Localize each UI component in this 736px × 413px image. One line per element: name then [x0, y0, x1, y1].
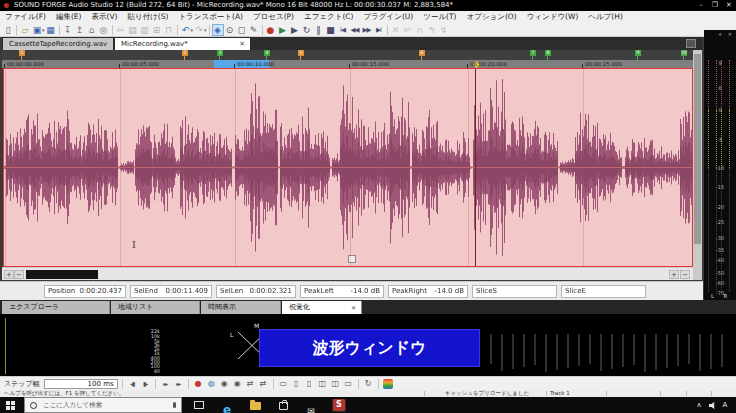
file-explorer-icon[interactable] — [248, 399, 262, 412]
zoom-out-time-button[interactable]: − — [14, 270, 24, 279]
paste-icon[interactable]: ▥ — [139, 24, 151, 36]
menu-item-7[interactable]: プラグイン(U) — [359, 11, 419, 23]
microphone-icon[interactable] — [173, 402, 176, 408]
dock-tab-1[interactable]: 地域リスト — [111, 301, 200, 314]
marker-flag-4[interactable]: 4 — [264, 50, 271, 60]
view-wide-icon[interactable]: ▭ — [343, 378, 354, 389]
menu-item-6[interactable]: エフェクト(C) — [299, 11, 358, 23]
status-field-peakleft[interactable]: PeakLeft-14.0 dB — [300, 285, 384, 298]
selection-tool-icon[interactable]: ◻ — [236, 24, 248, 36]
view-waveform-icon[interactable]: ▭ — [278, 378, 289, 389]
view-split-icon[interactable]: ◫ — [317, 378, 328, 389]
fade-icon[interactable]: ∩ — [414, 24, 426, 36]
play-icon[interactable]: ▶ — [289, 24, 301, 36]
menu-item-1[interactable]: 編集(E) — [51, 11, 87, 23]
status-field-slices[interactable]: SliceS — [472, 285, 557, 298]
trim-icon[interactable]: ⊓ — [163, 24, 175, 36]
menu-item-0[interactable]: ファイル(F) — [0, 11, 51, 23]
cut-icon[interactable]: ✂ — [115, 24, 127, 36]
level-meter[interactable]: + ✕ 960-5-10-15-20-25-30-35-40-50-60-70L… — [704, 30, 736, 300]
scope-right-icon[interactable]: ◉ — [232, 378, 243, 389]
mail-icon[interactable]: ✉ — [304, 399, 318, 412]
go-to-end-icon[interactable]: ▶Ι — [373, 24, 385, 36]
meter-controls[interactable]: + ✕ — [718, 31, 734, 37]
start-button[interactable] — [6, 401, 15, 410]
close-button[interactable]: ✕ — [722, 0, 736, 11]
menu-item-4[interactable]: トランスポート(A) — [173, 11, 248, 23]
forward-icon[interactable]: ▶▶ — [361, 24, 373, 36]
time-ruler[interactable]: 00:00:00.00000:00:05.00000:00:10.00000:0… — [2, 60, 693, 68]
refresh-icon[interactable]: ↻ — [363, 378, 374, 389]
visualization-panel[interactable]: M L 波形ウィンドウ 22k10k5k3k2k1k40020010040 — [0, 314, 736, 376]
burn-disc-icon[interactable]: ◎ — [98, 24, 110, 36]
tab-close-icon[interactable]: ✕ — [239, 38, 245, 50]
marker-flag-3[interactable]: 3 — [217, 50, 224, 60]
tray-chevron-icon[interactable]: ∧ — [693, 397, 705, 413]
marker-flag-8[interactable]: 8 — [545, 50, 552, 60]
menu-item-5[interactable]: プロセス(P) — [248, 11, 299, 23]
dock-tab-2[interactable]: 時間表示 — [201, 301, 281, 314]
loop-region-b-icon[interactable]: ▸▸ — [173, 378, 184, 389]
open-file-icon[interactable]: ▱ — [19, 24, 31, 36]
menu-item-11[interactable]: ヘルプ(H) — [583, 11, 628, 23]
marker-flag-5[interactable]: 5 — [298, 50, 305, 60]
dock-tab-3[interactable]: 視覚化✕ — [282, 301, 362, 314]
taskbar-search[interactable]: ここに入力して検索 — [24, 397, 182, 413]
stop-icon[interactable]: ■ — [325, 24, 337, 36]
menu-item-9[interactable]: オプション(O) — [462, 11, 522, 23]
view-sonogram-icon[interactable]: ▯ — [304, 378, 315, 389]
ime-indicator[interactable]: A — [719, 397, 731, 413]
horizontal-scrollbar[interactable]: + − + − — [2, 267, 693, 280]
status-field-slicee[interactable]: SliceE — [561, 285, 646, 298]
tab-mic-recording[interactable]: MicRecording.wav* ✕ — [115, 38, 250, 50]
record-icon[interactable]: ● — [265, 24, 277, 36]
menu-item-8[interactable]: ツール(T) — [418, 11, 461, 23]
maximize-button[interactable]: ❐ — [708, 0, 722, 11]
save-all-icon[interactable]: ▦ — [45, 24, 57, 36]
sound-forge-taskbar-icon[interactable]: S — [332, 399, 346, 412]
dock-tab-0[interactable]: エクスプローラ — [2, 301, 110, 314]
speaker-icon[interactable] — [709, 402, 717, 409]
auto-trim-icon[interactable]: ↯ — [438, 24, 450, 36]
marker-flag-6[interactable]: 6 — [419, 50, 426, 60]
waveform-canvas[interactable] — [4, 69, 692, 266]
rewind-icon[interactable]: ◀◀ — [349, 24, 361, 36]
record-arm-icon[interactable]: ● — [193, 378, 204, 389]
status-field-peakright[interactable]: PeakRight-14.0 dB — [388, 285, 468, 298]
marker-next-icon[interactable]: ▮▸ — [140, 378, 151, 389]
swap-channels-icon[interactable]: ⇄ — [245, 378, 256, 389]
redo-dropdown-icon[interactable]: ▾ — [204, 27, 207, 33]
zoom-out-button[interactable]: − — [680, 270, 690, 279]
menu-item-10[interactable]: ウィンドウ(W) — [522, 11, 584, 23]
store-icon[interactable] — [276, 399, 290, 412]
status-field-selend[interactable]: SelEnd0:00:11.409 — [130, 285, 212, 298]
loop-region-a-icon[interactable]: ▸▸ — [160, 378, 171, 389]
marker-flag-1[interactable]: 1 — [19, 50, 26, 60]
restore-window-icon[interactable] — [686, 39, 696, 48]
pause-icon[interactable]: ‖ — [313, 24, 325, 36]
zoom-in-button[interactable]: + — [669, 270, 679, 279]
play-all-icon[interactable]: ▶ — [277, 24, 289, 36]
status-field-sellen[interactable]: SelLen0:00:02.321 — [216, 285, 296, 298]
view-dual-icon[interactable]: ◫ — [330, 378, 341, 389]
scrollbar-thumb[interactable] — [26, 270, 98, 279]
marker-bar[interactable]: 12345678910 — [2, 50, 693, 60]
magnify-tool-icon[interactable]: ⊙ — [224, 24, 236, 36]
new-file-icon[interactable]: ▯ — [2, 24, 14, 36]
upload-to-web-icon[interactable]: ⌂ — [86, 24, 98, 36]
marker-flag-10[interactable]: 10 — [681, 50, 688, 60]
vscrollbar-thumb[interactable] — [694, 54, 701, 244]
status-field-position[interactable]: Position0:00:20.437 — [44, 285, 126, 298]
monitor-icon[interactable]: ◍ — [206, 378, 217, 389]
import-audio-icon[interactable]: ↧ — [62, 24, 74, 36]
step-width-input[interactable]: 100 ms — [44, 379, 118, 389]
dock-tab-close-icon[interactable]: ✕ — [351, 301, 356, 314]
marker-prev-icon[interactable]: ◂▮ — [127, 378, 138, 389]
marker-flag-9[interactable]: 9 — [635, 50, 642, 60]
color-mode-icon[interactable] — [383, 379, 393, 389]
menu-item-3[interactable]: 貼り付け(S) — [122, 11, 173, 23]
waveform-window[interactable]: I — [3, 68, 693, 267]
edit-tool-icon[interactable]: ◈ — [212, 24, 224, 36]
vertical-scrollbar[interactable] — [693, 50, 702, 280]
copy-icon[interactable]: ▤ — [127, 24, 139, 36]
